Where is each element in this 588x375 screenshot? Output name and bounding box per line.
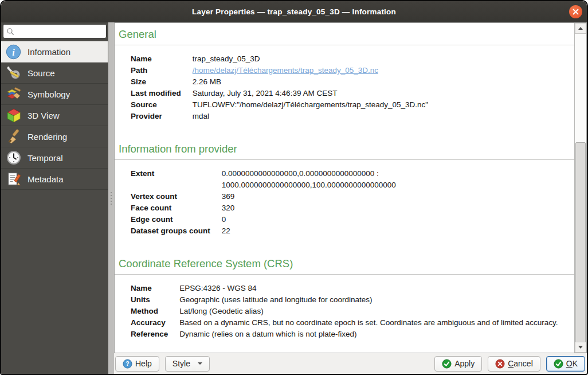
vertical-scrollbar[interactable]	[574, 23, 586, 353]
cancel-button[interactable]: Cancel	[488, 356, 540, 372]
ok-check-icon	[554, 359, 563, 369]
property-label: Accuracy	[131, 317, 179, 329]
svg-text:?: ?	[126, 361, 129, 367]
property-value: mdal	[193, 111, 428, 122]
sidebar-item-label: Rendering	[28, 132, 67, 142]
property-label: Size	[131, 76, 193, 88]
svg-text:i: i	[12, 47, 15, 57]
right-pane: GeneralNametrap_steady_05_3DPath/home/de…	[114, 22, 587, 374]
property-row: SourceTUFLOWFV:"/home/delazj/Téléchargem…	[131, 99, 428, 111]
property-row: MethodLat/long (Geodetic alias)	[131, 306, 558, 317]
section-divider	[115, 159, 575, 160]
property-row: Providermdal	[131, 111, 428, 122]
sidebar-item-label: Symbology	[28, 89, 70, 99]
dialog-body: iInformationSourceSymbology3D ViewRender…	[1, 22, 587, 374]
scroll-down-button[interactable]	[575, 342, 586, 353]
section-divider	[115, 45, 575, 45]
section-information-from-provider: Information from providerExtent0.0000000…	[119, 143, 567, 237]
help-button-label: Help	[135, 359, 152, 368]
section-title: Coordinate Reference System (CRS)	[119, 257, 567, 270]
property-value: Based on a dynamic CRS, but no coordinat…	[179, 317, 558, 329]
sidebar-item-symbology[interactable]: Symbology	[1, 84, 108, 105]
close-icon	[573, 9, 579, 15]
section-title: General	[119, 28, 567, 41]
file-path-link[interactable]: /home/delazj/Téléchargements/trap_steady…	[193, 66, 378, 75]
property-value: Dynamic (relies on a datum which is not …	[179, 329, 558, 340]
sidebar-item-label: Temporal	[28, 153, 63, 163]
cancel-x-icon	[495, 359, 505, 369]
property-row: Nametrap_steady_05_3D	[131, 53, 428, 65]
sidebar-item-rendering[interactable]: Rendering	[1, 126, 108, 147]
symbology-icon	[6, 87, 21, 102]
property-value: 0	[222, 214, 396, 225]
sidebar-item-metadata[interactable]: Metadata	[1, 169, 108, 190]
sidebar-item-source[interactable]: Source	[1, 62, 108, 84]
apply-button[interactable]: Apply	[434, 356, 482, 372]
footer-buttonbar: ? Help Style Apply	[114, 353, 587, 374]
ok-button-label: OK	[566, 359, 578, 368]
property-value: trap_steady_05_3D	[193, 53, 428, 65]
sidebar-nav: iInformationSourceSymbology3D ViewRender…	[1, 41, 108, 190]
property-row: Extent0.0000000000000000,0.0000000000000…	[131, 168, 396, 191]
property-value: Lat/long (Geodetic alias)	[179, 306, 558, 317]
property-label: Units	[131, 294, 179, 306]
property-value: 2.26 MB	[193, 76, 428, 88]
section-general: GeneralNametrap_steady_05_3DPath/home/de…	[119, 28, 567, 122]
splitter-handle[interactable]	[108, 22, 114, 374]
cancel-button-label: Cancel	[508, 359, 533, 368]
property-label: Face count	[131, 202, 222, 214]
arrow-down-icon	[578, 346, 583, 349]
property-row: ReferenceDynamic (relies on a datum whic…	[131, 329, 558, 340]
close-button[interactable]	[569, 5, 582, 18]
sidebar-search[interactable]	[3, 24, 107, 38]
apply-check-icon	[442, 359, 452, 369]
source-icon	[6, 65, 21, 81]
property-value: Saturday, July 31, 2021 4:46:39 AM CEST	[193, 88, 428, 99]
sidebar-item-information[interactable]: iInformation	[1, 41, 108, 62]
property-row: Last modifiedSaturday, July 31, 2021 4:4…	[131, 88, 428, 99]
sidebar-item-label: Metadata	[28, 174, 64, 184]
property-value: 22	[222, 225, 396, 237]
information-page: GeneralNametrap_steady_05_3DPath/home/de…	[115, 23, 575, 353]
property-row: Size2.26 MB	[131, 76, 428, 88]
property-value: TUFLOWFV:"/home/delazj/Téléchargements/t…	[193, 99, 428, 111]
property-label: Vertex count	[131, 191, 222, 202]
property-value: 369	[222, 191, 396, 202]
ok-button[interactable]: OK	[546, 356, 585, 372]
property-row: Vertex count369	[131, 191, 396, 202]
property-label: Method	[131, 306, 179, 317]
property-value: /home/delazj/Téléchargements/trap_steady…	[193, 65, 428, 76]
property-label: Source	[131, 99, 193, 111]
property-row: Path/home/delazj/Téléchargements/trap_st…	[131, 65, 428, 76]
chevron-down-icon	[198, 362, 202, 365]
property-row: NameEPSG:4326 - WGS 84	[131, 283, 558, 294]
sidebar: iInformationSourceSymbology3D ViewRender…	[1, 22, 108, 374]
property-label: Provider	[131, 111, 193, 122]
property-value: 0.0000000000000000,0.0000000000000000 : …	[222, 168, 396, 191]
information-icon: i	[6, 44, 21, 60]
titlebar[interactable]: Layer Properties — trap_steady_05_3D — I…	[1, 1, 587, 22]
property-value: Geographic (uses latitude and longitude …	[179, 294, 558, 306]
property-value: EPSG:4326 - WGS 84	[179, 283, 558, 294]
window-title: Layer Properties — trap_steady_05_3D — I…	[192, 7, 396, 16]
help-button[interactable]: ? Help	[115, 356, 159, 372]
sidebar-item-temporal[interactable]: Temporal	[1, 147, 108, 169]
temporal-icon	[6, 150, 21, 166]
scrollbar-thumb[interactable]	[575, 142, 586, 345]
section-title: Information from provider	[119, 143, 567, 155]
help-icon: ?	[123, 359, 132, 369]
sidebar-item-label: Information	[28, 47, 70, 57]
style-button-label: Style	[173, 359, 190, 368]
property-row: UnitsGeographic (uses latitude and longi…	[131, 294, 558, 306]
property-label: Extent	[131, 168, 222, 191]
style-button[interactable]: Style	[165, 356, 210, 372]
search-icon	[6, 28, 14, 36]
sidebar-item-3d-view[interactable]: 3D View	[1, 105, 108, 126]
3d-view-icon	[6, 108, 21, 123]
rendering-icon	[6, 129, 21, 144]
section-divider	[115, 274, 575, 275]
arrow-up-icon	[578, 27, 583, 30]
search-input[interactable]	[17, 26, 103, 36]
property-row: Dataset groups count22	[131, 225, 396, 237]
scroll-up-button[interactable]	[575, 23, 586, 34]
